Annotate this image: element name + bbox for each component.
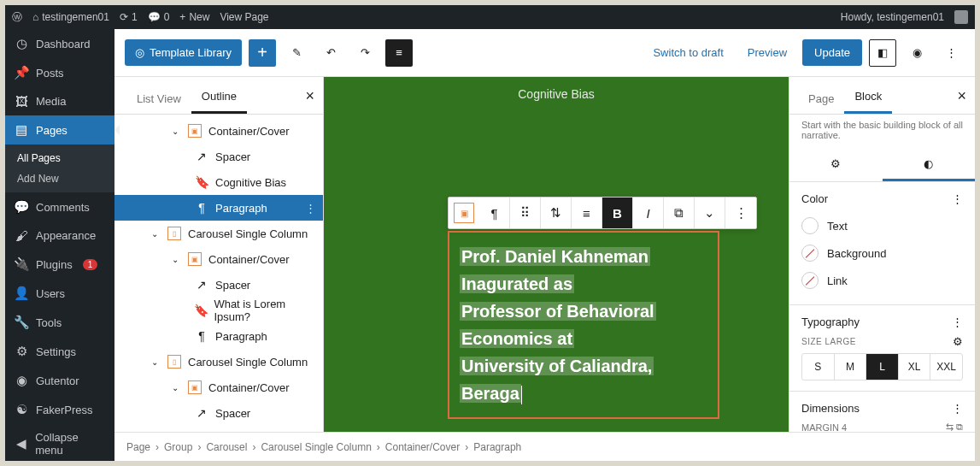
update-button[interactable]: Update <box>802 39 862 66</box>
menu-tools[interactable]: 🔧Tools <box>5 308 114 337</box>
heading-text[interactable]: Cognitive Bias <box>518 87 595 101</box>
menu-dashboard[interactable]: ◷Dashboard <box>5 29 114 58</box>
tree-container-cover[interactable]: ⌄▣Container/Cover <box>114 246 323 272</box>
panel-menu-icon[interactable]: ⋮ <box>952 192 963 205</box>
new-link[interactable]: + New <box>179 11 209 23</box>
panel-menu-icon[interactable]: ⋮ <box>952 316 963 328</box>
tree-container-cover[interactable]: ⌄▣Container/Cover <box>114 118 323 144</box>
menu-settings[interactable]: ⚙Settings <box>5 337 114 366</box>
preview-link[interactable]: Preview <box>739 41 795 64</box>
italic-button[interactable]: I <box>633 198 664 228</box>
paragraph-block[interactable]: Prof. Daniel Kahneman Inagurated as Prof… <box>448 231 719 419</box>
tree-carousel-single[interactable]: ⌄▯Carousel Single Column <box>114 221 323 246</box>
submenu-all-pages[interactable]: All Pages <box>5 148 114 168</box>
menu-media[interactable]: 🖾Media <box>5 87 114 115</box>
crumb[interactable]: Carousel <box>206 441 247 453</box>
menu-posts[interactable]: 📌Posts <box>5 58 114 87</box>
size-settings-icon[interactable]: ⚙ <box>953 335 963 348</box>
size-l[interactable]: L <box>866 354 899 380</box>
drag-handle[interactable]: ⠿ <box>510 198 541 228</box>
admin-bar: ⓦ ⌂ testingemen01 ⟳ 1 💬 0 + New View Pag… <box>5 5 975 29</box>
unlink-icon[interactable]: ⇆ <box>946 422 954 432</box>
options-button[interactable]: ⋮ <box>725 198 756 228</box>
editor-canvas[interactable]: Cognitive Bias ▣ ¶ ⠿ ⇅ ≡ B I ⧉ ⌄ ⋮ <box>324 77 789 432</box>
crumb[interactable]: Carousel Single Column <box>261 441 371 453</box>
gutentor-button[interactable]: ◉ <box>903 39 930 67</box>
close-icon[interactable]: × <box>957 87 966 105</box>
tools-icon: 🔧 <box>14 315 29 330</box>
collapse-menu[interactable]: ◀Collapse menu <box>5 424 114 463</box>
crumb[interactable]: Paragraph <box>473 441 521 453</box>
sidebar-toggle[interactable]: ◧ <box>869 39 896 67</box>
tree-spacer[interactable]: ↗Spacer <box>114 144 323 169</box>
size-s[interactable]: S <box>802 354 835 380</box>
template-library-button[interactable]: ◎Template Library <box>125 39 242 66</box>
paragraph-icon: ¶ <box>193 199 210 216</box>
site-link[interactable]: ⌂ testingemen01 <box>32 11 109 23</box>
library-icon: ◎ <box>135 46 144 59</box>
panel-menu-icon[interactable]: ⋮ <box>952 402 963 415</box>
tab-page[interactable]: Page <box>798 84 844 114</box>
tree-heading[interactable]: 🔖What is Lorem Ipsum? <box>114 298 323 323</box>
menu-plugins[interactable]: 🔌Plugins1 <box>5 250 114 279</box>
redo-button[interactable]: ↷ <box>351 39 379 67</box>
color-text[interactable]: Text <box>801 212 963 239</box>
tree-paragraph[interactable]: ¶Paragraph <box>114 323 323 349</box>
block-type-button[interactable]: ¶ <box>479 198 510 228</box>
settings-tab-icon[interactable]: ⚙ <box>789 149 883 181</box>
listview-toggle[interactable]: ≡ <box>385 39 413 67</box>
tree-container-cover[interactable]: ⌄▣Container/Cover <box>114 375 323 400</box>
color-link[interactable]: Link <box>801 267 963 294</box>
menu-appearance[interactable]: 🖌Appearance <box>5 221 114 250</box>
edit-tool[interactable]: ✎ <box>283 39 310 67</box>
margin-label: MARGIN 4 <box>801 422 847 433</box>
updates-link[interactable]: ⟳ 1 <box>120 11 138 23</box>
comments-link[interactable]: 💬 0 <box>148 11 170 23</box>
view-page-link[interactable]: View Page <box>220 11 268 23</box>
submenu-add-new[interactable]: Add New <box>5 168 114 189</box>
color-background[interactable]: Background <box>801 239 963 267</box>
wp-logo-icon[interactable]: ⓦ <box>12 10 22 25</box>
link-sides-icon[interactable]: ⧉ <box>956 422 963 432</box>
close-icon[interactable]: × <box>305 87 314 105</box>
bold-button[interactable]: B <box>602 198 633 228</box>
crumb[interactable]: Page <box>126 441 150 453</box>
move-buttons[interactable]: ⇅ <box>541 198 572 228</box>
tree-spacer[interactable]: ↗Spacer <box>114 272 323 298</box>
more-options[interactable]: ⋮ <box>937 39 965 67</box>
undo-button[interactable]: ↶ <box>317 39 344 67</box>
more-format-button[interactable]: ⌄ <box>695 198 725 228</box>
menu-comments[interactable]: 💬Comments <box>5 192 114 221</box>
tree-heading[interactable]: 🔖Cognitive Bias <box>114 169 323 195</box>
menu-users[interactable]: 👤Users <box>5 279 114 308</box>
dashboard-icon: ◷ <box>14 36 29 51</box>
switch-draft-link[interactable]: Switch to draft <box>644 41 731 64</box>
tree-spacer[interactable]: ↗Spacer <box>114 400 323 426</box>
link-button[interactable]: ⧉ <box>664 198 695 228</box>
plug-icon: 🔌 <box>14 257 29 272</box>
tab-list-view[interactable]: List View <box>126 84 191 114</box>
tree-carousel-single[interactable]: ⌄▯Carousel Single Column <box>114 349 323 375</box>
menu-gutentor[interactable]: ◉Gutentor <box>5 366 114 395</box>
more-icon[interactable]: ⋮ <box>305 202 316 215</box>
tab-outline[interactable]: Outline <box>191 81 247 114</box>
add-block-button[interactable]: + <box>249 39 276 67</box>
avatar[interactable] <box>954 10 968 24</box>
parent-block-button[interactable]: ▣ <box>454 203 474 223</box>
align-button[interactable]: ≡ <box>572 198 602 228</box>
chevron-down-icon: ⌄ <box>169 255 181 264</box>
tree-paragraph-selected[interactable]: ¶Paragraph⋮ <box>114 195 323 221</box>
tab-block[interactable]: Block <box>844 81 892 114</box>
menu-fakerpress[interactable]: ☯FakerPress <box>5 395 114 424</box>
block-description: Start with the basic building block of a… <box>789 115 975 149</box>
crumb[interactable]: Container/Cover <box>385 441 460 453</box>
crumb[interactable]: Group <box>164 441 192 453</box>
styles-tab-icon[interactable]: ◐ <box>883 149 976 181</box>
size-xxl[interactable]: XXL <box>930 354 962 380</box>
howdy-link[interactable]: Howdy, testingemen01 <box>841 11 944 23</box>
panel-typography-title: Typography <box>801 316 860 328</box>
size-m[interactable]: M <box>835 354 867 380</box>
size-xl[interactable]: XL <box>899 354 931 380</box>
tree-heading[interactable]: 🔖Psychology <box>114 426 323 432</box>
menu-pages[interactable]: ▤Pages <box>5 115 114 145</box>
